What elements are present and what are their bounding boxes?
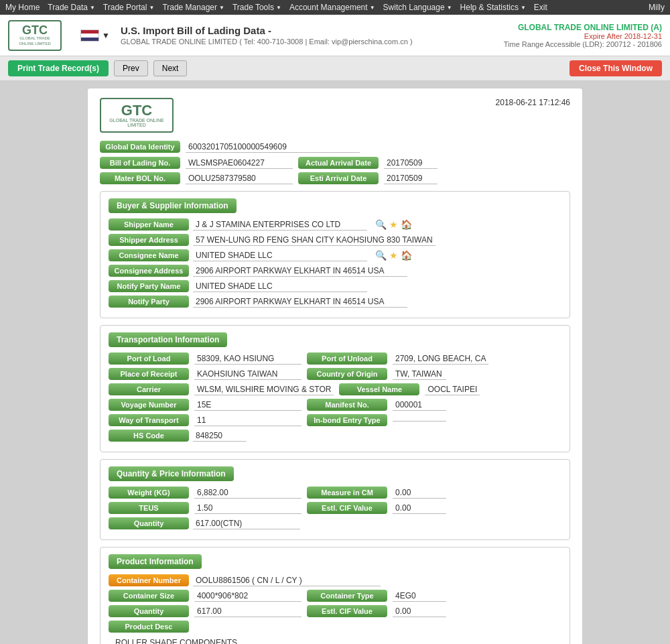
measure-in-cm-value: 0.00 (393, 487, 446, 499)
us-flag (80, 29, 99, 42)
weight-measure-row: Weight (KG) 6,882.00 Measure in CM 0.00 (109, 487, 561, 499)
document-card: GTC GLOBAL TRADE ONLINE LIMITED 2018-06-… (87, 88, 583, 644)
transport-bond-row: Way of Transport 11 In-bond Entry Type (109, 414, 561, 426)
global-data-identity-label: Global Data Identity (100, 141, 180, 153)
shipper-name-value: J & J STAMINA ENTERPRISES CO LTD (193, 219, 367, 231)
container-size-label: Container Size (109, 590, 189, 602)
bol-row: Bill of Lading No. WLSMSPAE0604227 Actua… (100, 157, 570, 169)
product-desc-label: Product Desc (109, 621, 189, 633)
consignee-name-value: UNITED SHADE LLC (193, 250, 367, 261)
header-bar: GTC GLOBAL TRADEONLINE LIMITED ▼ U.S. Im… (0, 15, 670, 56)
top-toolbar: Print Trade Record(s) Prev Next Close Th… (0, 56, 670, 81)
header-right: GLOBAL TRADE ONLINE LIMITED (A) Expire A… (504, 23, 662, 48)
header-title: U.S. Import Bill of Lading Data - (121, 25, 504, 36)
nav-my-home[interactable]: My Home (5, 3, 40, 12)
mater-bol-row: Mater BOL No. OOLU2587379580 Esti Arriva… (100, 172, 570, 184)
prev-button-top[interactable]: Prev (114, 60, 148, 76)
transportation-section: Transportation Information Port of Load … (100, 325, 570, 452)
container-size-type-row: Container Size 4000*906*802 Container Ty… (109, 590, 561, 602)
receipt-origin-row: Place of Receipt KAOHSIUNG TAIWAN Countr… (109, 368, 561, 380)
container-number-row: Container Number OOLU8861506 ( CN / L / … (109, 574, 561, 586)
product-quantity-value: 617.00 (194, 606, 302, 617)
country-of-origin-value: TW, TAIWAN (393, 369, 446, 380)
voyage-number-value: 15E (194, 399, 302, 411)
consignee-name-label: Consignee Name (109, 249, 189, 261)
product-desc-value: ROLLER SHADE COMPONENTS (113, 637, 381, 644)
notify-party-value: 2906 AIRPORT PARKWAY ELKHART IN 46514 US… (193, 296, 407, 308)
teus-value: 1.50 (194, 503, 302, 514)
flag-dropdown[interactable]: ▼ (102, 31, 110, 40)
hs-code-label: HS Code (109, 430, 189, 442)
quantity-price-header: Quantity & Price Information (109, 466, 234, 481)
nav-exit[interactable]: Exit (534, 3, 547, 12)
header-expire: Expire After 2018-12-31 (504, 32, 662, 40)
product-desc-value-row: ROLLER SHADE COMPONENTS (109, 636, 561, 644)
nav-switch-language[interactable]: Switch Language ▼ (383, 3, 452, 12)
container-size-value: 4000*906*802 (194, 590, 302, 602)
consignee-search-icon[interactable]: 🔍 (375, 250, 387, 261)
product-qty-cif-row: Quantity 617.00 Estl. CIF Value 0.00 (109, 605, 561, 617)
shipper-search-icon[interactable]: 🔍 (375, 219, 387, 230)
weight-kg-label: Weight (KG) (109, 487, 189, 499)
way-of-transport-value: 11 (194, 415, 302, 426)
shipper-home-icon[interactable]: 🏠 (401, 219, 412, 230)
quantity-label: Quantity (109, 517, 189, 529)
teus-cif-row: TEUS 1.50 Estl. CIF Value 0.00 (109, 502, 561, 514)
mater-bol-label: Mater BOL No. (100, 172, 180, 184)
nav-trade-data[interactable]: Trade Data ▼ (48, 3, 95, 12)
manifest-no-label: Manifest No. (307, 399, 387, 411)
nav-account-management[interactable]: Account Management ▼ (289, 3, 375, 12)
place-of-receipt-label: Place of Receipt (109, 368, 189, 380)
consignee-star-icon[interactable]: ★ (389, 250, 398, 261)
flag-area: ▼ (80, 29, 110, 42)
next-button-top[interactable]: Next (153, 60, 188, 76)
estl-cif-value2-label: Estl. CIF Value (307, 605, 387, 617)
estl-cif-value-label: Estl. CIF Value (307, 502, 387, 514)
nav-trade-manager[interactable]: Trade Manager ▼ (162, 3, 224, 12)
port-row: Port of Load 58309, KAO HSIUNG Port of U… (109, 352, 561, 365)
header-range: Time Range Accessible (LDR): 200712 - 20… (504, 40, 662, 48)
quantity-row: Quantity 617.00(CTN) (109, 517, 561, 529)
doc-timestamp: 2018-06-21 17:12:46 (496, 98, 570, 107)
product-desc-label-row: Product Desc (109, 621, 561, 633)
estl-cif-value2-value: 0.00 (393, 606, 446, 617)
way-of-transport-label: Way of Transport (109, 414, 189, 426)
shipper-star-icon[interactable]: ★ (389, 219, 398, 230)
port-of-unload-value: 2709, LONG BEACH, CA (393, 353, 488, 365)
shipper-name-label: Shipper Name (109, 218, 189, 231)
manifest-no-value: 000001 (393, 399, 446, 411)
container-type-label: Container Type (307, 590, 387, 602)
container-number-label: Container Number (109, 574, 189, 586)
carrier-label: Carrier (109, 383, 189, 395)
consignee-name-row: Consignee Name UNITED SHADE LLC 🔍 ★ 🏠 (109, 249, 561, 261)
shipper-address-row: Shipper Address 57 WEN-LUNG RD FENG SHAN… (109, 234, 561, 246)
print-button-top[interactable]: Print Trade Record(s) (8, 60, 109, 76)
notify-party-label: Notify Party (109, 296, 189, 308)
buyer-supplier-section: Buyer & Supplier Information Shipper Nam… (100, 191, 570, 318)
consignee-home-icon[interactable]: 🏠 (401, 250, 412, 261)
close-button-top[interactable]: Close This Window (570, 60, 662, 76)
in-bond-entry-type-label: In-bond Entry Type (307, 414, 387, 426)
mater-bol-value: OOLU2587379580 (186, 173, 293, 184)
product-quantity-label: Quantity (109, 605, 189, 617)
consignee-icons: 🔍 ★ 🏠 (375, 250, 412, 261)
notify-party-name-row: Notify Party Name UNITED SHADE LLC (109, 280, 561, 292)
buyer-supplier-header: Buyer & Supplier Information (109, 198, 237, 213)
consignee-address-label: Consignee Address (109, 265, 189, 277)
bol-no-label: Bill of Lading No. (100, 157, 180, 169)
doc-logo: GTC GLOBAL TRADE ONLINE LIMITED (100, 98, 174, 133)
doc-logo-sub: GLOBAL TRADE ONLINE LIMITED (101, 118, 172, 127)
notify-party-name-label: Notify Party Name (109, 280, 189, 292)
top-navigation: My Home Trade Data ▼ Trade Portal ▼ Trad… (0, 0, 670, 15)
header-company: GLOBAL TRADE ONLINE LIMITED ( Tel: 400-7… (121, 38, 504, 46)
transportation-header: Transportation Information (109, 332, 227, 347)
nav-trade-tools[interactable]: Trade Tools ▼ (232, 3, 281, 12)
doc-logo-gtc: GTC (121, 103, 152, 118)
container-type-value: 4EG0 (393, 590, 446, 602)
global-data-identity-value: 6003201705100000549609 (186, 141, 360, 153)
shipper-address-value: 57 WEN-LUNG RD FENG SHAN CITY KAOHSIUNG … (193, 235, 436, 246)
bol-no-value: WLSMSPAE0604227 (186, 157, 293, 169)
nav-help-statistics[interactable]: Help & Statistics ▼ (460, 3, 526, 12)
nav-trade-portal[interactable]: Trade Portal ▼ (103, 3, 155, 12)
identity-row: Global Data Identity 6003201705100000549… (100, 141, 570, 153)
